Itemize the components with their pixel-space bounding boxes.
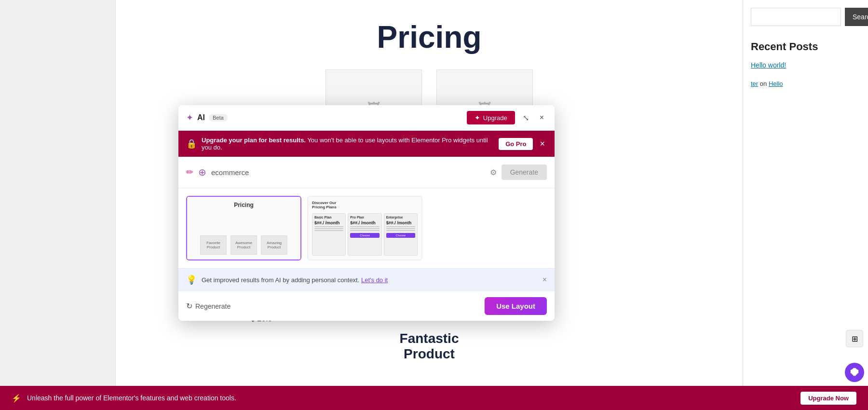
mini-product-3: Amazing Product <box>261 235 287 255</box>
upgrade-now-button[interactable]: Upgrade Now <box>800 392 856 405</box>
pricing-col-1: Basic Plan $##./ /month <box>312 213 346 256</box>
pricing-col-3: Enterprise $##./ /month Choose <box>384 213 418 256</box>
lightning-icon: ⚡ <box>12 394 21 403</box>
recent-comments: ter on Hello <box>751 79 860 88</box>
lock-icon: 🔒 <box>186 138 197 149</box>
banner-text: Upgrade your plan for best results. You … <box>202 137 494 151</box>
close-button[interactable]: × <box>537 112 547 123</box>
layout-1-products: Favorite Product Awesome Product Amazing… <box>200 235 287 255</box>
search-area: Search <box>751 8 860 26</box>
bottom-product: FantasticProduct <box>400 331 459 362</box>
upgrade-banner: 🔒 Upgrade your plan for best results. Yo… <box>178 131 555 157</box>
right-sidebar: Search Recent Posts Hello world! ter on … <box>743 0 868 410</box>
pencil-icon: ✏ <box>186 167 193 178</box>
bottom-product-name: FantasticProduct <box>400 331 459 362</box>
modal-header-left: ✦ AI Beta <box>186 112 228 123</box>
search-button[interactable]: Search <box>845 8 868 26</box>
tip-link[interactable]: Let's do it <box>361 276 388 284</box>
ai-modal: ✦ AI Beta ✦ Upgrade ⤡ × 🔒 Upgrade your p… <box>178 105 555 321</box>
layout-card-1[interactable]: Pricing Favorite Product Awesome Product… <box>186 196 301 260</box>
modal-header-right: ✦ Upgrade ⤡ × <box>467 111 547 124</box>
generate-button[interactable]: Generate <box>502 164 547 180</box>
recent-post-link[interactable]: Hello world! <box>751 61 786 69</box>
layout-1-title: Pricing <box>234 202 254 208</box>
layout-card-2-content: Discover OurPricing Plans Basic Plan $##… <box>308 197 421 260</box>
bottom-bar: ⚡ Unleash the full power of Elementor's … <box>0 386 868 410</box>
mini-product-2: Awesome Product <box>231 235 257 255</box>
left-sidebar <box>0 0 116 410</box>
go-pro-button[interactable]: Go Pro <box>499 138 533 150</box>
ai-star-icon: ✦ <box>186 112 193 123</box>
pricing-columns: Basic Plan $##./ /month Pro Plan $##./ /… <box>312 213 418 256</box>
tip-text: Get improved results from AI by adding p… <box>202 276 538 284</box>
layout-options: Pricing Favorite Product Awesome Product… <box>178 188 555 268</box>
brain-svg <box>849 367 860 378</box>
post-link[interactable]: Hello <box>769 80 783 87</box>
upgrade-star-icon: ✦ <box>475 114 480 122</box>
mini-product-1: Favorite Product <box>200 235 227 255</box>
layout-2-title: Discover OurPricing Plans <box>312 201 418 209</box>
pricing-col-2: Pro Plan $##./ /month Choose <box>348 213 381 256</box>
tip-bar: 💡 Get improved results from AI by adding… <box>178 268 555 291</box>
recent-posts-title: Recent Posts <box>751 41 860 53</box>
regenerate-button[interactable]: ↻ Regenerate <box>186 301 231 311</box>
modal-input-area: ✏ ⊕ ⚙ Generate <box>178 157 555 188</box>
search-input[interactable] <box>751 8 841 26</box>
responsive-icon[interactable]: ⊞ <box>846 330 863 347</box>
banner-close-button[interactable]: × <box>538 139 547 149</box>
modal-upgrade-button[interactable]: ✦ Upgrade <box>467 111 515 124</box>
elementor-brain-icon[interactable] <box>845 363 864 382</box>
layout-card-1-content: Pricing Favorite Product Awesome Product… <box>187 197 300 260</box>
minimize-button[interactable]: ⤡ <box>520 112 532 123</box>
modal-footer: ↻ Regenerate Use Layout <box>178 291 555 321</box>
page-title: Pricing <box>116 0 743 69</box>
bottom-right-icons: ⊞ <box>846 330 863 347</box>
ai-label: AI <box>197 113 205 122</box>
modal-header: ✦ AI Beta ✦ Upgrade ⤡ × <box>178 105 555 131</box>
add-icon-button[interactable]: ⊕ <box>198 166 206 178</box>
bulb-icon: 💡 <box>186 274 197 285</box>
layout-card-2[interactable]: Discover OurPricing Plans Basic Plan $##… <box>307 196 422 260</box>
refresh-icon: ↻ <box>186 301 192 311</box>
bottom-bar-text: Unleash the full power of Elementor's fe… <box>27 394 795 402</box>
beta-badge: Beta <box>209 114 228 122</box>
commenter-link[interactable]: ter <box>751 80 758 87</box>
prompt-input[interactable] <box>211 168 485 177</box>
settings-icon-button[interactable]: ⚙ <box>490 168 497 177</box>
use-layout-button[interactable]: Use Layout <box>485 297 547 315</box>
tip-close-button[interactable]: × <box>542 275 547 284</box>
